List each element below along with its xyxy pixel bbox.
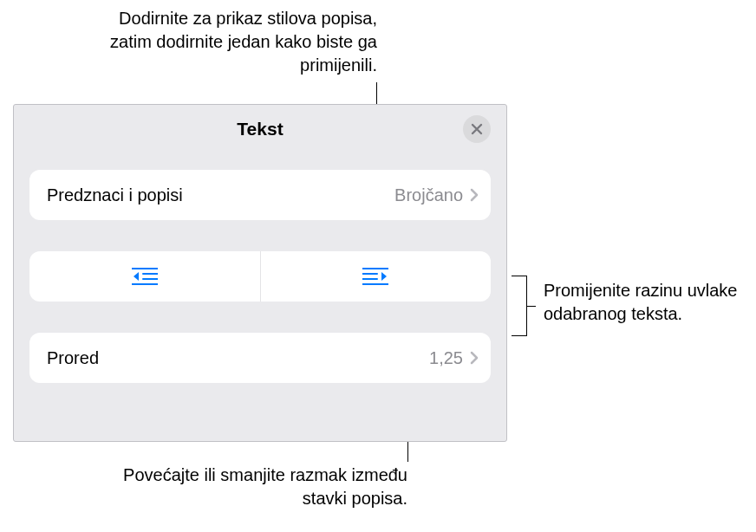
close-button[interactable] — [463, 115, 491, 143]
outdent-button[interactable] — [29, 251, 261, 302]
bracket-right — [512, 276, 536, 336]
line-spacing-value-wrap: 1,25 — [429, 348, 479, 368]
panel-title: Tekst — [237, 119, 283, 139]
outdent-icon — [132, 267, 158, 286]
bullets-and-lists-row[interactable]: Predznaci i popisi Brojčano — [29, 170, 491, 220]
line-spacing-label: Prored — [47, 348, 99, 368]
bullets-and-lists-value-wrap: Brojčano — [394, 185, 479, 205]
close-icon — [471, 123, 483, 135]
chevron-right-icon — [470, 351, 479, 365]
line-spacing-value: 1,25 — [429, 348, 463, 368]
indent-controls-row — [29, 251, 491, 302]
callout-list-styles: Dodirnite za prikaz stilova popisa, zati… — [78, 7, 377, 77]
bullets-and-lists-label: Predznaci i popisi — [47, 185, 183, 205]
callout-indent-level: Promijenite razinu uvlake odabranog teks… — [544, 279, 747, 326]
panel-body: Predznaci i popisi Brojčano — [14, 152, 506, 383]
text-format-panel: Tekst Predznaci i popisi Brojčano — [13, 104, 507, 442]
line-spacing-row[interactable]: Prored 1,25 — [29, 333, 491, 383]
panel-header: Tekst — [14, 105, 506, 152]
chevron-right-icon — [470, 188, 479, 202]
indent-icon — [362, 267, 388, 286]
bullets-and-lists-value: Brojčano — [394, 185, 463, 205]
callout-line-spacing: Povećajte ili smanjite razmak između sta… — [95, 464, 407, 510]
indent-button[interactable] — [261, 251, 492, 302]
